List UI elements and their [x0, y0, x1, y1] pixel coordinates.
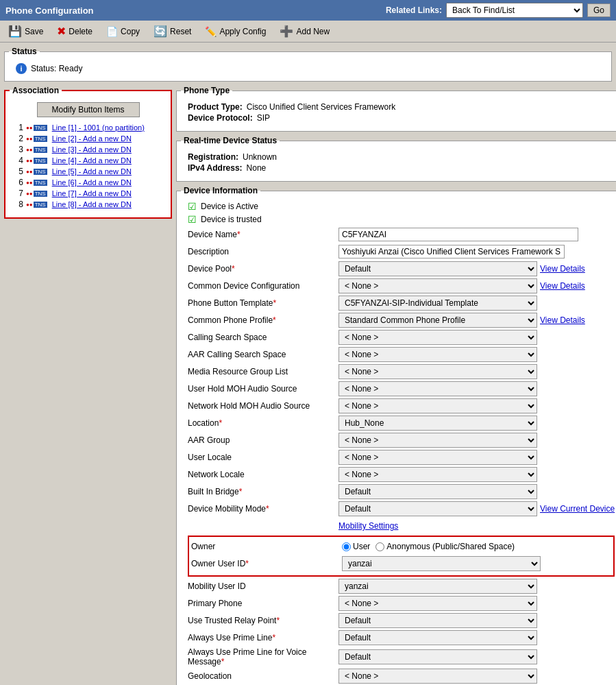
mobility-user-id-label: Mobility User ID [188, 581, 338, 591]
registration-row: Registration: Unknown [188, 152, 615, 162]
device-info-section: Device Information ☑ Device is Active ☑ … [176, 186, 616, 685]
association-legend: Association [10, 86, 62, 95]
related-links-select[interactable]: Back To Find/List [446, 3, 583, 18]
built-in-bridge-select[interactable]: Default [338, 484, 537, 499]
always-use-prime-line-voice-select[interactable]: Default [338, 649, 537, 664]
apply-config-button[interactable]: ✏️ Apply Config [202, 25, 269, 38]
always-use-prime-line-select[interactable]: Default [338, 630, 537, 645]
phone-type-section: Phone Type Product Type: Cisco Unified C… [176, 86, 616, 132]
primary-phone-select[interactable]: < None > [338, 596, 537, 611]
copy-button[interactable]: 📄 Copy [103, 25, 143, 38]
common-phone-profile-select[interactable]: Standard Common Phone Profile [338, 313, 537, 328]
owner-user-id-select[interactable]: yanzai [342, 556, 541, 571]
description-input[interactable] [338, 245, 565, 259]
user-hold-moh-select[interactable]: < None > [338, 381, 537, 396]
owner-row: Owner User Anonymous (Public/ [191, 539, 611, 554]
common-device-config-view-details-link[interactable]: View Details [540, 281, 585, 291]
location-row: Location* Hub_None [188, 416, 615, 431]
common-device-config-control: < None > View Details [338, 278, 615, 293]
title-bar-right: Related Links: Back To Find/List Go [386, 3, 611, 18]
line-4-link[interactable]: Line [4] - Add a new DN [52, 156, 132, 165]
device-protocol-label: Device Protocol: [188, 113, 253, 123]
common-phone-profile-view-details-link[interactable]: View Details [540, 315, 585, 325]
list-item: 2 ●● TNS Line [2] - Add a new DN [14, 134, 162, 143]
product-type-row: Product Type: Cisco Unified Client Servi… [188, 102, 615, 112]
network-hold-moh-select[interactable]: < None > [338, 398, 537, 413]
common-device-config-select[interactable]: < None > [338, 278, 537, 293]
device-active-check: ☑ [188, 201, 197, 212]
line-icon: ●● TNS [26, 125, 47, 131]
main-content: Status i Status: Ready Association Modif… [0, 43, 616, 685]
owner-anonymous-radio[interactable] [375, 542, 384, 551]
calling-search-space-label: Calling Search Space [188, 333, 338, 342]
device-pool-row: Device Pool* Default View Details [188, 261, 615, 276]
owner-user-option: User [342, 542, 370, 551]
line-7-link[interactable]: Line [7] - Add a new DN [52, 189, 132, 197]
device-name-input[interactable] [338, 228, 578, 241]
aar-group-control: < None > [338, 433, 615, 448]
calling-search-space-control: < None > [338, 330, 615, 345]
owner-radio-row: User Anonymous (Public/Shared Space) [342, 542, 611, 551]
save-button[interactable]: 💾 Save [5, 23, 46, 39]
modify-button-items-button[interactable]: Modify Button Items [37, 102, 140, 117]
common-phone-profile-control: Standard Common Phone Profile View Detai… [338, 313, 615, 328]
device-protocol-value: SIP [257, 113, 270, 123]
aar-group-select[interactable]: < None > [338, 433, 537, 448]
user-locale-select[interactable]: < None > [338, 450, 537, 465]
title-bar: Phone Configuration Related Links: Back … [0, 0, 616, 21]
line-2-link[interactable]: Line [2] - Add a new DN [52, 134, 132, 143]
mobility-user-id-select[interactable]: yanzai [338, 579, 537, 594]
phone-button-template-select[interactable]: C5FYANZAI-SIP-Individual Template [338, 296, 537, 311]
list-item: 6 ●● TNS Line [6] - Add a new DN [14, 178, 162, 187]
reset-button[interactable]: 🔄 Reset [151, 23, 194, 39]
status-text: Status: Ready [31, 64, 82, 73]
list-item: 5 ●● TNS Line [5] - Add a new DN [14, 167, 162, 176]
line-5-link[interactable]: Line [5] - Add a new DN [52, 167, 132, 176]
page-title: Phone Configuration [5, 5, 94, 16]
go-button[interactable]: Go [587, 3, 611, 17]
line-1-link[interactable]: Line [1] - 1001 (no partition) [52, 123, 145, 132]
user-locale-row: User Locale < None > [188, 450, 615, 465]
device-mobility-mode-row: Device Mobility Mode* Default View Curre… [188, 501, 615, 516]
network-locale-select[interactable]: < None > [338, 467, 537, 482]
device-mobility-mode-label: Device Mobility Mode* [188, 504, 338, 514]
status-section: Status i Status: Ready [4, 47, 612, 82]
device-info-legend: Device Information [181, 186, 260, 195]
save-icon: 💾 [8, 25, 22, 38]
geolocation-select[interactable]: < None > [338, 669, 537, 684]
aar-calling-search-space-select[interactable]: < None > [338, 347, 537, 362]
built-in-bridge-row: Built In Bridge* Default [188, 484, 615, 499]
mobility-settings-link[interactable]: Mobility Settings [338, 521, 398, 531]
line-8-link[interactable]: Line [8] - Add a new DN [52, 200, 132, 208]
owner-control: User Anonymous (Public/Shared Space) [342, 542, 611, 551]
device-pool-view-details-link[interactable]: View Details [540, 264, 585, 274]
network-locale-row: Network Locale < None > [188, 467, 615, 482]
location-select[interactable]: Hub_None [338, 416, 537, 431]
calling-search-space-select[interactable]: < None > [338, 330, 537, 345]
geolocation-row: Geolocation < None > [188, 669, 615, 684]
add-new-button[interactable]: ➕ Add New [277, 23, 332, 39]
line-3-link[interactable]: Line [3] - Add a new DN [52, 145, 132, 154]
user-hold-moh-label: User Hold MOH Audio Source [188, 384, 338, 394]
reset-icon: 🔄 [153, 25, 167, 38]
device-pool-select[interactable]: Default [338, 261, 537, 276]
media-resource-group-list-row: Media Resource Group List < None > [188, 364, 615, 379]
aar-calling-search-space-row: AAR Calling Search Space < None > [188, 347, 615, 362]
line-6-link[interactable]: Line [6] - Add a new DN [52, 178, 132, 187]
media-resource-group-list-control: < None > [338, 364, 615, 379]
aar-calling-search-space-label: AAR Calling Search Space [188, 350, 338, 359]
always-use-prime-line-control: Default [338, 630, 615, 645]
apply-icon: ✏️ [205, 26, 217, 37]
view-current-device-link[interactable]: View Current Device [540, 504, 615, 514]
use-trusted-relay-point-select[interactable]: Default [338, 613, 537, 628]
media-resource-group-list-select[interactable]: < None > [338, 364, 537, 379]
device-mobility-mode-select[interactable]: Default [338, 501, 537, 516]
device-mobility-mode-control: Default View Current Device [338, 501, 615, 516]
owner-user-radio[interactable] [342, 542, 351, 551]
association-content: Modify Button Items 1 ●● TNS Line [1] - … [10, 98, 167, 215]
delete-button[interactable]: ✖ Delete [54, 23, 95, 39]
realtime-status-section: Real-time Device Status Registration: Un… [176, 136, 616, 182]
owner-anonymous-label: Anonymous (Public/Shared Space) [386, 542, 515, 551]
built-in-bridge-control: Default [338, 484, 615, 499]
phone-button-template-row: Phone Button Template* C5FYANZAI-SIP-Ind… [188, 296, 615, 311]
